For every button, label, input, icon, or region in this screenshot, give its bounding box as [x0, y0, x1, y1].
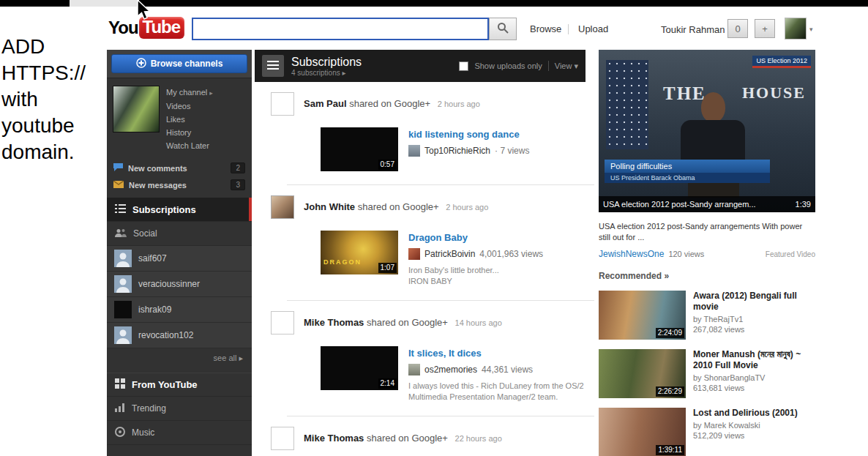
sidebar-item-new-messages[interactable]: New messages 3: [107, 176, 252, 193]
notification-count-button[interactable]: 0: [727, 19, 748, 38]
sidebar-item-subscriptions[interactable]: Subscriptions: [107, 198, 252, 222]
sidebar-item-videos[interactable]: Videos: [166, 100, 213, 113]
recommended-heading[interactable]: Recommended »: [599, 271, 815, 281]
feed-item-header: John White shared on Google+ 2 hours ago: [271, 195, 585, 219]
caret-right-icon: ▸: [209, 89, 213, 97]
video-info: Dragon Baby PatrickBoivin 4,001,963 view…: [408, 231, 543, 287]
subscription-label: revocation102: [138, 330, 193, 340]
user-avatar[interactable]: [785, 18, 807, 40]
recommended-item[interactable]: 1:39:11 Lost and Delirious (2001) by Mar…: [599, 408, 815, 456]
show-uploads-checkbox[interactable]: [459, 61, 468, 71]
upload-link[interactable]: Upload: [578, 23, 608, 34]
featured-description: USA election 2012 post-Sandy arrangement…: [599, 221, 814, 243]
video-info: It slices, It dices os2memories 44,361 v…: [408, 346, 585, 403]
sharer-name[interactable]: Sam Paul: [304, 98, 347, 109]
player-duration: 1:39: [796, 200, 811, 209]
mouse-cursor-icon: [136, 0, 152, 25]
subscriptions-label: Subscriptions: [132, 204, 196, 215]
player-bar-title: USA election 2012 post-Sandy arrangem...: [603, 200, 756, 209]
sidebar-item-likes[interactable]: Likes: [166, 113, 213, 126]
channel-avatar: [114, 326, 132, 344]
duration-badge: 2:26:29: [656, 386, 684, 397]
channel-mini-avatar[interactable]: [408, 145, 420, 157]
video-title-link[interactable]: Dragon Baby: [408, 232, 543, 243]
sidebar-item-my-channel[interactable]: My channel▸: [166, 86, 213, 100]
featured-channel-link[interactable]: JewishNewsOne: [599, 249, 664, 259]
feed-item-body: 2:14 It slices, It dices os2memories 44,…: [321, 346, 585, 403]
video-title-link[interactable]: It slices, It dices: [408, 348, 585, 359]
video-thumbnail[interactable]: 2:14: [321, 346, 398, 390]
share-time: 14 hours ago: [455, 318, 502, 327]
video-thumbnail[interactable]: 1:39:11: [599, 408, 686, 456]
annotation-line: with: [1, 86, 105, 113]
sidebar-item-history[interactable]: History: [166, 126, 213, 139]
sidebar-subscription-veracioussinner[interactable]: veracioussinner: [107, 272, 252, 297]
sidebar-subscription-ishrak09[interactable]: ishrak09: [107, 297, 252, 323]
recommended-item[interactable]: 2:26:29 Moner Manush (মনের মানুষ) ~ 2010…: [599, 349, 815, 398]
video-title-link[interactable]: Moner Manush (মনের মানুষ) ~ 2010 Full Mo…: [693, 349, 815, 371]
video-thumbnail[interactable]: DRAGON 1:07: [321, 231, 398, 274]
profile-avatar[interactable]: [113, 86, 160, 132]
video-info: Lost and Delirious (2001) by Marek Kowal…: [693, 408, 798, 456]
video-title-link[interactable]: Awara (2012) Bengali full movie: [693, 291, 815, 313]
sharer-avatar[interactable]: [271, 427, 294, 450]
sidebar-item-watch-later[interactable]: Watch Later: [166, 139, 213, 152]
username-link[interactable]: Toukir Rahman: [661, 24, 725, 35]
browse-channels-button[interactable]: Browse channels: [111, 54, 247, 73]
new-comments-badge: 2: [231, 162, 245, 173]
channel-mini-avatar[interactable]: [408, 364, 420, 375]
search-input[interactable]: [192, 18, 489, 40]
sharer-avatar[interactable]: [271, 195, 294, 219]
view-count: · 7 views: [495, 146, 529, 156]
sidebar-item-new-comments[interactable]: New comments 2: [107, 160, 252, 176]
caret-down-icon: ▾: [574, 61, 578, 70]
channel-avatar: [114, 301, 132, 318]
see-all-link[interactable]: see all ▸: [107, 348, 252, 368]
video-meta: os2memories 44,361 views: [408, 364, 585, 375]
speaker-figure: [701, 92, 725, 122]
player-backdrop-text: HOUSE: [742, 83, 806, 102]
sharer-name[interactable]: John White: [304, 201, 355, 212]
browse-link[interactable]: Browse: [530, 23, 561, 34]
add-button[interactable]: +: [755, 19, 775, 38]
video-info: Moner Manush (মনের মানুষ) ~ 2010 Full Mo…: [693, 349, 815, 398]
channel-mini-avatar[interactable]: [408, 248, 420, 260]
sharer-name[interactable]: Mike Thomas: [304, 433, 364, 444]
plus-circle-icon: [136, 58, 146, 70]
new-comments-label: New comments: [128, 164, 187, 173]
channel-name[interactable]: Top10RichieRich: [424, 146, 490, 156]
video-title-link[interactable]: kid listening song dance: [408, 129, 529, 140]
featured-views: 120 views: [668, 250, 704, 258]
feed-item-header: Mike Thomas shared on Google+ 14 hours a…: [271, 311, 585, 334]
share-action: shared on Google+: [358, 201, 439, 212]
video-title-link[interactable]: Lost and Delirious (2001): [693, 408, 798, 419]
uploader: by Marek Kowalski: [693, 421, 798, 430]
my-channel-label: My channel: [166, 88, 207, 97]
sidebar-item-social[interactable]: Social: [107, 222, 252, 246]
duration-badge: 0:57: [378, 160, 397, 170]
site-header: You Tube Browse Upload Toukir Rahman 0 +…: [0, 7, 868, 49]
sidebar-item-trending[interactable]: Trending: [107, 397, 252, 421]
sharer-name[interactable]: Mike Thomas: [304, 317, 364, 328]
search-button[interactable]: [489, 18, 517, 40]
view-count: 512,209 views: [693, 431, 798, 440]
sidebar-item-music[interactable]: Music: [107, 421, 252, 445]
video-thumbnail[interactable]: 2:26:29: [599, 349, 686, 398]
sidebar-item-from-youtube[interactable]: From YouTube: [107, 373, 252, 397]
channel-name[interactable]: os2memories: [424, 365, 477, 375]
sidebar-subscription-revocation102[interactable]: revocation102: [107, 323, 252, 348]
video-thumbnail[interactable]: 0:57: [321, 127, 398, 171]
feed-menu-button[interactable]: [262, 55, 284, 77]
profile-links: My channel▸ Videos Likes History Watch L…: [166, 86, 213, 152]
election-badge: US Election 2012: [752, 56, 811, 68]
recommended-item[interactable]: 2:24:09 Awara (2012) Bengali full movie …: [599, 291, 815, 340]
view-dropdown[interactable]: View ▾: [555, 61, 578, 71]
channel-name[interactable]: PatrickBoivin: [424, 249, 475, 259]
sharer-avatar[interactable]: [271, 92, 294, 116]
video-thumbnail[interactable]: 2:24:09: [599, 291, 686, 340]
sidebar-subscription-saif607[interactable]: saif607: [107, 246, 252, 272]
people-icon: [115, 228, 127, 239]
sharer-avatar[interactable]: [271, 311, 294, 334]
feed-subtitle[interactable]: 4 subscriptions ▸: [291, 69, 362, 77]
featured-video-player[interactable]: THE HOUSE US Election 2012 Polling diffi…: [599, 50, 815, 212]
